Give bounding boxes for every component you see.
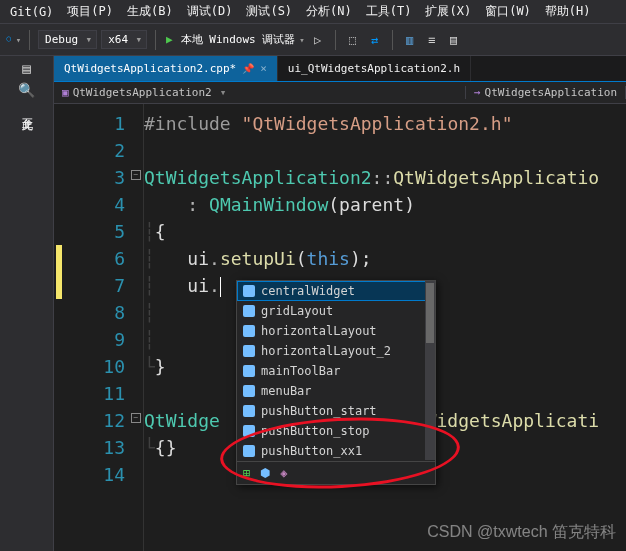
menu-item-extensions[interactable]: 扩展(X) (425, 3, 471, 20)
sidebar-icon-database[interactable]: ▤ (22, 60, 30, 76)
play-icon[interactable]: ▶ (166, 33, 173, 46)
member-icon (243, 305, 255, 317)
member-icon (243, 385, 255, 397)
member-icon (243, 425, 255, 437)
sidebar-icon-search[interactable]: 🔍 (18, 82, 35, 98)
tab-label: ui_QtWidgetsApplication2.h (288, 62, 460, 75)
completion-item[interactable]: menuBar (237, 381, 435, 401)
nav-back-icon[interactable]: ◦ ▾ (4, 30, 21, 49)
start-debug-button[interactable]: 本地 Windows 调试器 (181, 32, 296, 47)
member-icon (243, 345, 255, 357)
intellisense-scrollbar[interactable] (425, 281, 435, 460)
watermark: CSDN @txwtech 笛克特科 (427, 522, 616, 543)
config-dropdown[interactable]: Debug (38, 30, 97, 49)
separator (29, 30, 30, 50)
filter-icon-3[interactable]: ◈ (280, 466, 287, 480)
tab-inactive-header[interactable]: ui_QtWidgetsApplication2.h (278, 56, 471, 81)
filter-icon-1[interactable]: ⊞ (243, 466, 250, 480)
line-gutter: 1 2 −3 4 5 6 7 8 9 10 11 −12 13 14 (54, 104, 144, 551)
intellisense-footer: ⊞ ⬢ ◈ (237, 461, 435, 484)
completion-item[interactable]: gridLayout (237, 301, 435, 321)
fold-icon[interactable]: − (131, 413, 141, 423)
scope-label: QtWidgetsApplication2 (73, 86, 212, 99)
menu-item-help[interactable]: 帮助(H) (545, 3, 591, 20)
tab-label: QtWidgetsApplication2.cpp* (64, 62, 236, 75)
member-icon (243, 445, 255, 457)
code-navbar: ▣ QtWidgetsApplication2 → QtWidgetsAppli… (54, 82, 626, 104)
menu-item-debug[interactable]: 调试(D) (187, 3, 233, 20)
completion-item[interactable]: centralWidget (237, 281, 435, 301)
scope-dropdown[interactable]: ▣ QtWidgetsApplication2 (54, 86, 466, 99)
completion-item[interactable]: mainToolBar (237, 361, 435, 381)
toolbar-icon-5[interactable]: ▤ (445, 31, 463, 49)
completion-item[interactable]: horizontalLayout (237, 321, 435, 341)
intellisense-popup: centralWidget gridLayout horizontalLayou… (236, 280, 436, 485)
toolbar-icon-1[interactable]: ⬚ (344, 31, 362, 49)
menu-item-tools[interactable]: 工具(T) (366, 3, 412, 20)
separator (392, 30, 393, 50)
platform-dropdown[interactable]: x64 (101, 30, 147, 49)
editor-tabstrip: QtWidgetsApplication2.cpp* 📌 × ui_QtWidg… (54, 56, 626, 82)
member-label: QtWidgetsApplication (485, 86, 617, 99)
tab-active-source[interactable]: QtWidgetsApplication2.cpp* 📌 × (54, 56, 278, 81)
separator (155, 30, 156, 50)
sidebar-tab-tohere[interactable]: 至此文 (17, 104, 36, 116)
pin-icon[interactable]: 📌 (242, 63, 254, 74)
member-dropdown[interactable]: → QtWidgetsApplication (466, 86, 626, 99)
menu-item-test[interactable]: 测试(S) (246, 3, 292, 20)
main-toolbar: ◦ ▾ Debug x64 ▶ 本地 Windows 调试器 ▾ ▷ ⬚ ⇄ ▥… (0, 24, 626, 56)
fold-icon[interactable]: − (131, 170, 141, 180)
main-menu-bar: Git(G) 项目(P) 生成(B) 调试(D) 测试(S) 分析(N) 工具(… (0, 0, 626, 24)
menu-item-project[interactable]: 项目(P) (67, 3, 113, 20)
filter-icon-2[interactable]: ⬢ (260, 466, 270, 480)
change-mark (56, 245, 62, 272)
member-icon (243, 365, 255, 377)
toolbar-icon-3[interactable]: ▥ (401, 31, 419, 49)
member-icon (243, 325, 255, 337)
close-icon[interactable]: × (260, 62, 267, 75)
menu-item-git[interactable]: Git(G) (10, 5, 53, 19)
text-cursor (220, 277, 221, 297)
toolbar-icon-2[interactable]: ⇄ (366, 31, 384, 49)
change-mark (56, 272, 62, 299)
menu-item-analyze[interactable]: 分析(N) (306, 3, 352, 20)
completion-item[interactable]: pushButton_xx1 (237, 441, 435, 461)
completion-item[interactable]: pushButton_stop (237, 421, 435, 441)
member-icon (243, 285, 255, 297)
member-icon (243, 405, 255, 417)
completion-item[interactable]: pushButton_start (237, 401, 435, 421)
left-sidebar: ▤ 🔍 至此文 (0, 56, 54, 551)
play-outline-icon[interactable]: ▷ (309, 31, 327, 49)
toolbar-icon-4[interactable]: ≡ (423, 31, 441, 49)
menu-item-window[interactable]: 窗口(W) (485, 3, 531, 20)
separator (335, 30, 336, 50)
completion-item[interactable]: horizontalLayout_2 (237, 341, 435, 361)
menu-item-build[interactable]: 生成(B) (127, 3, 173, 20)
